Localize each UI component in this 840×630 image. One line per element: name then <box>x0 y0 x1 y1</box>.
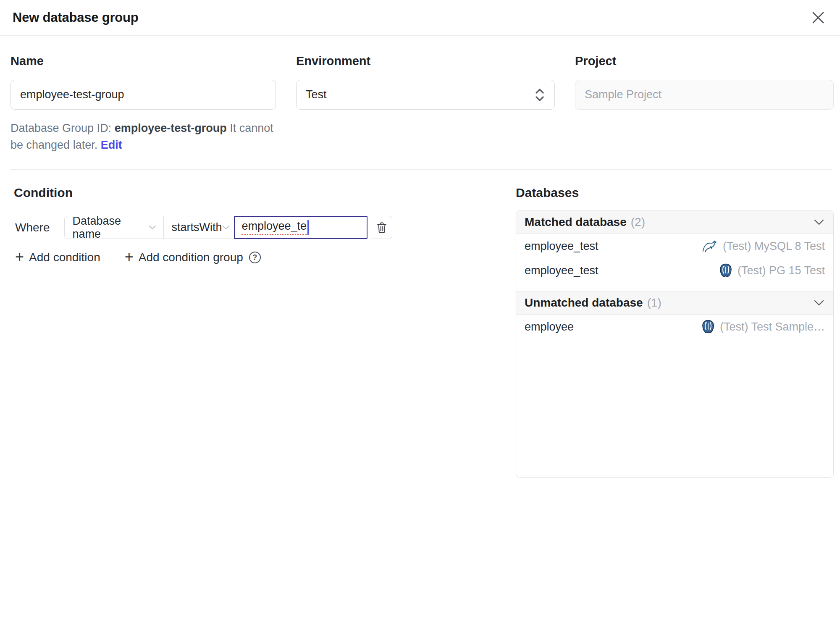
project-input <box>575 80 834 110</box>
unmatched-database-title: Unmatched database <box>525 296 643 310</box>
instance-info: (Test) Test Sample… <box>701 320 825 334</box>
project-label: Project <box>575 54 834 68</box>
unmatched-database-header[interactable]: Unmatched database (1) <box>516 291 833 315</box>
dialog-header: New database group <box>0 0 840 36</box>
close-button[interactable] <box>809 8 827 27</box>
add-condition-label: Add condition <box>29 251 100 264</box>
condition-section: Condition Where Database name startsWith… <box>10 186 504 265</box>
name-input[interactable] <box>10 80 276 110</box>
condition-operator-select[interactable]: startsWith <box>164 216 234 239</box>
lower-grid: Condition Where Database name startsWith… <box>0 170 840 478</box>
add-condition-group-label: Add condition group <box>139 251 243 264</box>
environment-field-group: Environment Test <box>296 54 555 153</box>
add-condition-group-button[interactable]: + Add condition group ? <box>125 250 261 265</box>
trash-icon <box>376 221 388 234</box>
condition-field-select-value: Database name <box>72 215 148 241</box>
name-field-group: Name Database Group ID: employee-test-gr… <box>10 54 276 153</box>
group-id-value: employee-test-group <box>115 122 227 134</box>
condition-heading: Condition <box>14 186 504 200</box>
unmatched-database-rows: employee (Test) Test Sample… <box>516 315 833 347</box>
condition-value-text: employee_te <box>242 220 307 235</box>
mysql-icon <box>702 240 718 252</box>
instance-label: (Test) Test Sample… <box>720 320 825 333</box>
chevron-down-icon <box>222 225 230 231</box>
matched-database-title: Matched database <box>525 215 627 229</box>
project-field-group: Project <box>575 54 834 153</box>
form-grid: Name Database Group ID: employee-test-gr… <box>0 36 840 153</box>
condition-row: Where Database name startsWith employee_… <box>15 216 504 239</box>
instance-info: (Test) PG 15 Test <box>719 263 825 278</box>
condition-field-select[interactable]: Database name <box>64 216 164 239</box>
plus-icon: + <box>15 249 24 265</box>
delete-condition-button[interactable] <box>371 216 392 239</box>
unmatched-database-count: (1) <box>647 296 662 310</box>
database-name: employee_test <box>525 264 598 277</box>
matched-database-rows: employee_test (Test) MySQL 8 Test <box>516 234 833 291</box>
table-row[interactable]: employee_test (Test) PG 15 Test <box>516 258 833 283</box>
help-icon[interactable]: ? <box>249 252 261 263</box>
table-row[interactable]: employee_test (Test) MySQL 8 Test <box>516 234 833 258</box>
chevron-down-icon <box>148 225 157 231</box>
instance-info: (Test) MySQL 8 Test <box>702 240 825 253</box>
matched-database-header[interactable]: Matched database (2) <box>516 210 833 234</box>
add-links-row: + Add condition + Add condition group ? <box>15 250 504 265</box>
condition-operator-select-value: startsWith <box>171 221 222 234</box>
close-icon <box>811 10 825 25</box>
databases-panel: Matched database (2) employee_test <box>516 210 834 478</box>
postgres-icon <box>719 263 732 278</box>
condition-value-input[interactable]: employee_te <box>234 216 368 239</box>
page-title: New database group <box>13 10 139 25</box>
database-name: employee <box>525 320 574 333</box>
plus-icon: + <box>125 249 134 265</box>
table-row[interactable]: employee (Test) Test Sample… <box>516 315 833 339</box>
chevron-down-icon <box>813 299 825 307</box>
stepper-icon <box>534 87 545 102</box>
text-caret <box>307 220 309 235</box>
where-label: Where <box>15 221 50 234</box>
add-condition-button[interactable]: + Add condition <box>15 250 100 265</box>
environment-select-value: Test <box>306 88 327 101</box>
environment-select[interactable]: Test <box>296 80 555 110</box>
instance-label: (Test) MySQL 8 Test <box>723 240 825 253</box>
matched-database-count: (2) <box>631 215 645 229</box>
databases-heading: Databases <box>516 186 834 200</box>
databases-section: Databases Matched database (2) employee_… <box>516 186 834 478</box>
environment-label: Environment <box>296 54 555 68</box>
instance-label: (Test) PG 15 Test <box>738 264 825 277</box>
group-id-prefix: Database Group ID: <box>10 122 115 134</box>
database-name: employee_test <box>525 240 598 253</box>
name-label: Name <box>10 54 276 68</box>
postgres-icon <box>701 320 715 334</box>
edit-id-link[interactable]: Edit <box>101 139 122 151</box>
chevron-down-icon <box>813 218 825 226</box>
group-id-help-text: Database Group ID: employee-test-group I… <box>10 120 276 153</box>
